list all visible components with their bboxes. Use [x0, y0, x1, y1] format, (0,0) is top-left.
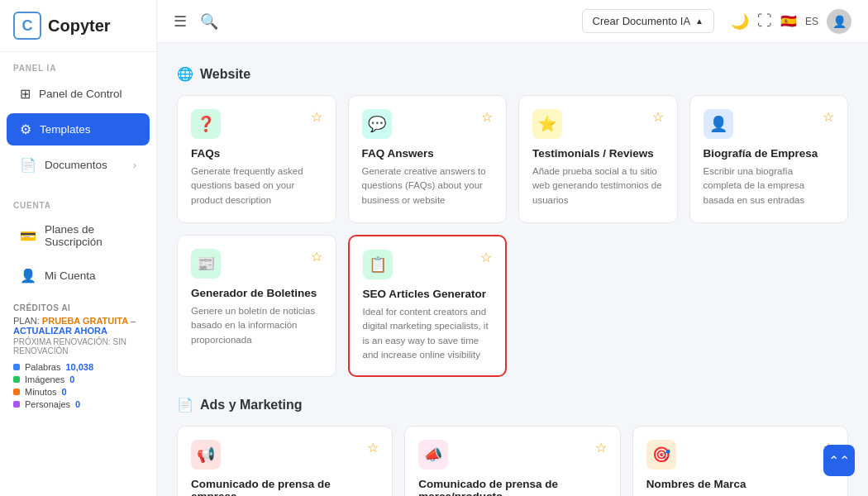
credits-section: CRÉDITOS AI PLAN: PRUEBA GRATUITA – ACTU…	[0, 293, 156, 422]
credit-value: 10,038	[65, 362, 93, 372]
card-header: ❓ ☆	[191, 109, 322, 139]
card-header: 📰 ☆	[191, 249, 322, 279]
personajes-dot	[13, 401, 20, 408]
credit-value: 0	[62, 387, 67, 397]
crear-label: Crear Documento IA	[593, 15, 691, 27]
card-header: 🎯 ☆	[646, 440, 834, 470]
panel-ia-label: PANEL IA	[0, 52, 156, 76]
card-title: Biografía de Empresa	[703, 147, 835, 160]
credit-row-minutos: Minutos 0	[13, 387, 143, 397]
palabras-dot	[13, 364, 20, 370]
scroll-top-button[interactable]: ⌃⌃	[823, 445, 855, 476]
testimonials-icon: ⭐	[532, 109, 562, 139]
star-button[interactable]: ☆	[481, 109, 493, 125]
ads-cards-grid: 📢 ☆ Comunicado de prensa de empresa Reda…	[177, 426, 848, 496]
credits-label: CRÉDITOS AI	[13, 303, 143, 312]
credit-type: Personajes	[25, 399, 70, 409]
star-button[interactable]: ☆	[367, 440, 379, 455]
card-biografia[interactable]: 👤 ☆ Biografía de Empresa Escribir una bi…	[689, 95, 849, 223]
credit-type: Palabras	[25, 362, 60, 372]
sidebar-item-documentos[interactable]: 📄 Documentos ›	[7, 149, 150, 181]
chevron-right-icon: ›	[133, 160, 136, 171]
card-title: SEO Articles Generator	[363, 288, 493, 300]
flag-icon: 🇪🇸	[780, 13, 797, 29]
card-header: 📢 ☆	[191, 440, 379, 470]
nombres-icon: 🎯	[646, 440, 676, 470]
gear-icon: ⚙	[20, 122, 31, 137]
star-button[interactable]: ☆	[652, 109, 664, 125]
ads-icon: 📄	[177, 397, 193, 413]
card-comunicado-marca[interactable]: 📣 ☆ Comunicado de prensa de marca/produc…	[404, 426, 620, 496]
logo-icon: C	[13, 12, 41, 40]
star-button[interactable]: ☆	[595, 440, 607, 455]
lang-label: ES	[805, 16, 818, 27]
sidebar-item-label: Panel de Control	[39, 88, 122, 100]
section-label: Ads y Marketing	[200, 398, 303, 413]
card-title: FAQ Answers	[362, 147, 494, 160]
minutos-dot	[13, 389, 20, 395]
card-nombres-marca[interactable]: 🎯 ☆ Nombres de Marca Generar nombres de …	[632, 426, 848, 496]
avatar[interactable]: 👤	[827, 9, 851, 34]
logo-text: Copyter	[48, 17, 111, 36]
card-desc: Generate creative answers to questions (…	[362, 165, 494, 207]
card-desc: Generate frequently asked questions base…	[191, 165, 322, 207]
comunicado-marca-icon: 📣	[418, 440, 448, 470]
fullscreen-icon[interactable]: ⛶	[757, 12, 772, 30]
card-faqs[interactable]: ❓ ☆ FAQs Generate frequently asked quest…	[177, 95, 336, 223]
card-faq-answers[interactable]: 💬 ☆ FAQ Answers Generate creative answer…	[348, 95, 508, 223]
content-area: 🌐 Website ❓ ☆ FAQs Generate frequently a…	[157, 43, 868, 496]
moon-icon[interactable]: 🌙	[731, 12, 749, 31]
comunicado-empresa-icon: 📢	[191, 440, 221, 470]
chevron-up-icon: ⌃⌃	[828, 453, 850, 469]
search-icon[interactable]: 🔍	[200, 12, 218, 31]
plan-line: PLAN: PRUEBA GRATUITA – ACTUALIZAR AHORA	[13, 316, 143, 336]
credit-value: 0	[75, 399, 80, 409]
upgrade-link[interactable]: ACTUALIZAR AHORA	[13, 326, 107, 336]
card-desc: Escribir una biografía completa de la em…	[703, 165, 835, 207]
card-header: 💬 ☆	[362, 109, 494, 139]
sidebar-item-label: Documentos	[45, 159, 107, 171]
crear-documento-button[interactable]: Crear Documento IA ▲	[582, 9, 714, 33]
star-button[interactable]: ☆	[311, 249, 322, 265]
biografia-icon: 👤	[703, 109, 733, 139]
hamburger-icon[interactable]: ☰	[174, 12, 187, 31]
card-title: Comunicado de prensa de empresa	[191, 478, 379, 496]
website-icon: 🌐	[177, 66, 193, 82]
card-header: 👤 ☆	[703, 109, 835, 139]
plan-name: PRUEBA GRATUITA	[42, 316, 128, 326]
card-title: Testimonials / Reviews	[532, 147, 664, 160]
star-button[interactable]: ☆	[311, 109, 322, 125]
doc-icon: 📄	[20, 157, 36, 173]
main-content: ☰ 🔍 Crear Documento IA ▲ 🌙 ⛶ 🇪🇸 ES 👤 🌐 W…	[157, 0, 868, 496]
sidebar-item-label: Templates	[40, 123, 91, 136]
star-button[interactable]: ☆	[480, 250, 492, 265]
sidebar-item-label: Planes de Suscripción	[45, 223, 136, 248]
credit-type: Minutos	[25, 387, 57, 397]
grid-icon: ⊞	[20, 86, 31, 102]
card-testimonials[interactable]: ⭐ ☆ Testimonials / Reviews Añade prueba …	[518, 95, 678, 223]
card-title: Generador de Boletines	[191, 287, 322, 299]
faqs-icon: ❓	[191, 109, 221, 139]
sidebar-item-panel-control[interactable]: ⊞ Panel de Control	[7, 78, 150, 110]
card-header: 📋 ☆	[363, 250, 493, 279]
card-title: Nombres de Marca	[646, 478, 834, 490]
sidebar-item-planes[interactable]: 💳 Planes de Suscripción	[7, 215, 150, 256]
chevron-down-icon: ▲	[695, 17, 703, 26]
sidebar-item-mi-cuenta[interactable]: 👤 Mi Cuenta	[7, 260, 150, 292]
boletines-icon: 📰	[191, 249, 221, 279]
card-comunicado-empresa[interactable]: 📢 ☆ Comunicado de prensa de empresa Reda…	[177, 426, 393, 496]
credit-type: Imágenes	[25, 374, 64, 384]
card-header: ⭐ ☆	[532, 109, 664, 139]
card-boletines[interactable]: 📰 ☆ Generador de Boletines Genere un bol…	[177, 235, 336, 377]
planes-icon: 💳	[20, 228, 36, 244]
section-label: Website	[200, 67, 250, 82]
card-seo-articles[interactable]: 📋 ☆ SEO Articles Generator Ideal for con…	[348, 235, 508, 377]
card-title: FAQs	[191, 147, 322, 160]
star-button[interactable]: ☆	[823, 109, 834, 125]
website-cards-grid: ❓ ☆ FAQs Generate frequently asked quest…	[177, 95, 848, 377]
credit-row-imagenes: Imágenes 0	[13, 374, 143, 384]
website-section-title: 🌐 Website	[177, 66, 848, 82]
topbar-icons: 🌙 ⛶ 🇪🇸 ES 👤	[731, 9, 851, 34]
sidebar-item-templates[interactable]: ⚙ Templates	[7, 113, 150, 145]
ads-section-title: 📄 Ads y Marketing	[177, 397, 848, 413]
